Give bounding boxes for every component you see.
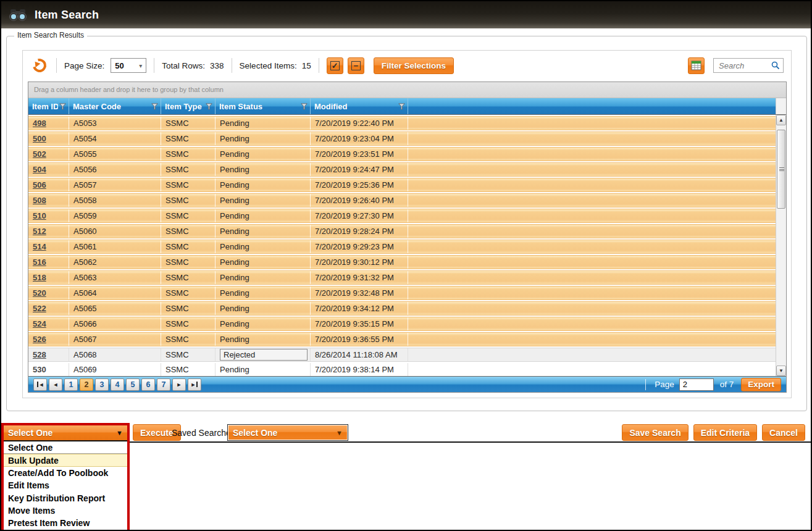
cell: 530 — [28, 363, 69, 376]
menu-item[interactable]: Move Items — [4, 504, 127, 517]
last-page-button[interactable]: ► — [188, 378, 201, 391]
menu-item[interactable]: Key Distribution Report — [4, 492, 127, 504]
item-id-link[interactable]: 522 — [33, 304, 46, 313]
export-grid-button[interactable] — [688, 57, 705, 74]
column-header[interactable]: Item ID — [28, 98, 69, 114]
page-button-1[interactable]: 1 — [64, 378, 78, 391]
item-id-link[interactable]: 510 — [33, 211, 46, 220]
status-editor[interactable]: Rejected — [220, 349, 308, 361]
page-size-select[interactable]: 50 ▾ — [111, 58, 146, 73]
prev-page-button[interactable]: ◄ — [49, 378, 62, 391]
deselect-button[interactable]: − — [348, 57, 364, 74]
column-header[interactable]: Item Status — [216, 98, 311, 114]
table-row[interactable]: 506A5057SSMCPending7/20/2019 9:25:36 PM — [28, 178, 776, 192]
item-id-link[interactable]: 516 — [33, 257, 46, 267]
scrollbar-grip — [779, 167, 784, 171]
menu-item[interactable]: Create/Add To Poolbook — [4, 467, 127, 479]
item-id-link[interactable]: 530 — [33, 365, 46, 374]
page-button-7[interactable]: 7 — [157, 378, 170, 391]
cell: SSMC — [161, 148, 216, 161]
action-select[interactable]: Select One ▼ — [4, 425, 127, 441]
menu-item[interactable]: Bulk Update — [4, 454, 127, 466]
chevron-down-icon: ▼ — [336, 429, 343, 437]
cell: Pending — [216, 209, 311, 222]
refresh-icon[interactable] — [33, 59, 46, 72]
saved-searches-select[interactable]: Select One ▼ — [227, 424, 348, 441]
item-id-link[interactable]: 512 — [33, 227, 46, 236]
save-search-button[interactable]: Save Search — [622, 424, 688, 441]
minus-icon: − — [351, 61, 361, 70]
scrollbar-thumb[interactable] — [777, 130, 785, 209]
item-id-link[interactable]: 504 — [33, 165, 46, 174]
cell: A5053 — [69, 117, 161, 130]
item-search-window: Item Search Item Search Results Page Siz… — [0, 0, 812, 531]
cell: Pending — [216, 240, 311, 253]
cell: A5065 — [69, 302, 161, 315]
edit-criteria-button[interactable]: Edit Criteria — [693, 424, 757, 441]
table-row[interactable]: 526A5067SSMCPending7/20/2019 9:36:55 PM — [28, 332, 776, 346]
filter-icon[interactable] — [151, 103, 158, 110]
table-row[interactable]: 518A5063SSMCPending7/20/2019 9:31:32 PM — [28, 270, 776, 285]
cell: 7/20/2019 9:25:36 PM — [311, 178, 408, 191]
item-id-link[interactable]: 518 — [33, 273, 46, 282]
table-row[interactable]: 500A5054SSMCPending7/20/2019 9:23:04 PM — [28, 132, 776, 146]
table-row[interactable]: 530A5069SSMCPending7/20/2019 9:38:14 PM — [28, 363, 776, 376]
cell: 7/20/2019 9:24:47 PM — [311, 163, 408, 176]
item-id-link[interactable]: 514 — [33, 242, 46, 251]
item-id-link[interactable]: 508 — [33, 196, 46, 205]
item-id-link[interactable]: 520 — [33, 288, 46, 298]
table-row[interactable]: 512A5060SSMCPending7/20/2019 9:28:24 PM — [28, 224, 776, 238]
column-header[interactable]: Item Type — [161, 98, 216, 114]
table-row[interactable]: 504A5056SSMCPending7/20/2019 9:24:47 PM — [28, 162, 776, 177]
filter-icon[interactable] — [206, 103, 212, 110]
table-row[interactable]: 520A5064SSMCPending7/20/2019 9:32:48 PM — [28, 286, 776, 300]
page-button-4[interactable]: 4 — [111, 378, 124, 391]
page-button-5[interactable]: 5 — [126, 378, 140, 391]
table-row[interactable]: 510A5059SSMCPending7/20/2019 9:27:30 PM — [28, 209, 776, 223]
cell-filler — [408, 209, 776, 222]
item-id-link[interactable]: 502 — [33, 149, 46, 159]
table-row[interactable]: 522A5065SSMCPending7/20/2019 9:34:12 PM — [28, 301, 776, 316]
first-page-button[interactable]: ◄ — [33, 378, 47, 391]
filter-icon[interactable] — [59, 103, 66, 110]
search-icon[interactable] — [771, 61, 780, 70]
item-id-link[interactable]: 498 — [33, 119, 46, 128]
item-id-link[interactable]: 524 — [33, 319, 46, 328]
table-row[interactable]: 524A5066SSMCPending7/20/2019 9:35:15 PM — [28, 317, 776, 331]
menu-item[interactable]: Pretest Item Review — [4, 517, 127, 529]
cancel-button[interactable]: Cancel — [762, 424, 805, 441]
export-button[interactable]: Export — [741, 378, 781, 391]
table-row[interactable]: 514A5061SSMCPending7/20/2019 9:29:23 PM — [28, 240, 776, 254]
table-row[interactable]: 502A5055SSMCPending7/20/2019 9:23:51 PM — [28, 147, 776, 161]
select-all-button[interactable]: ✓ — [327, 57, 343, 74]
item-id-link[interactable]: 526 — [33, 335, 46, 344]
page-button-6[interactable]: 6 — [141, 378, 155, 391]
page-button-3[interactable]: 3 — [95, 378, 109, 391]
filter-selections-button[interactable]: Filter Selections — [374, 57, 454, 74]
page-number-input[interactable] — [679, 378, 714, 391]
column-header[interactable]: Master Code — [69, 98, 161, 114]
filter-icon[interactable] — [398, 103, 405, 110]
cell: SSMC — [161, 286, 216, 299]
cell: Pending — [216, 271, 311, 284]
next-page-button[interactable]: ► — [172, 378, 186, 391]
cell-filler — [408, 363, 776, 376]
scroll-up-icon[interactable]: ▲ — [776, 115, 786, 125]
column-header[interactable]: Modified — [311, 98, 408, 114]
filter-icon[interactable] — [301, 103, 308, 110]
cell: Pending — [216, 148, 311, 161]
item-id-link[interactable]: 506 — [33, 180, 46, 190]
table-row[interactable]: 516A5062SSMCPending7/20/2019 9:30:12 PM — [28, 255, 776, 269]
vertical-scrollbar[interactable]: ▲ ▼ — [776, 115, 786, 376]
cell: SSMC — [161, 225, 216, 238]
table-row[interactable]: 508A5058SSMCPending7/20/2019 9:26:40 PM — [28, 193, 776, 207]
table-row[interactable]: 528A5068SSMCRejected8/26/2014 11:18:08 A… — [28, 348, 776, 362]
menu-item[interactable]: Edit Items — [4, 479, 127, 491]
scroll-down-icon[interactable]: ▼ — [776, 366, 786, 376]
cell: A5057 — [69, 178, 161, 191]
page-button-2[interactable]: 2 — [80, 378, 93, 391]
item-id-link[interactable]: 500 — [33, 134, 46, 143]
item-id-link[interactable]: 528 — [33, 350, 46, 359]
menu-item[interactable]: Select One — [4, 441, 127, 454]
table-row[interactable]: 498A5053SSMCPending7/20/2019 9:22:40 PM — [28, 116, 776, 130]
